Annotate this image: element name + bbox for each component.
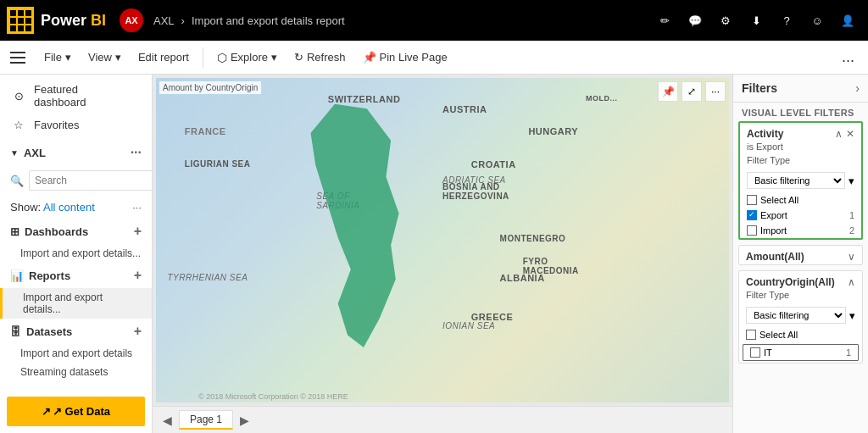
- breadcrumb: AXL › Import and export details report: [150, 14, 348, 27]
- topbar-icons: ✏ 💬 ⚙ ⬇ ? ☺ 👤: [651, 7, 861, 34]
- explore-menu[interactable]: ⬡ Explore ▾: [210, 47, 284, 68]
- user-avatar[interactable]: AX: [120, 8, 143, 32]
- refresh-icon: ↻: [294, 51, 303, 64]
- hamburger-menu[interactable]: [7, 46, 31, 69]
- filter-clear-icon[interactable]: ✕: [846, 128, 854, 140]
- sidebar-datasets-header[interactable]: 🗄 Datasets +: [0, 319, 152, 344]
- page-bar: ◀ Page 1 ▶: [153, 406, 732, 433]
- profile-icon[interactable]: 👤: [834, 7, 861, 34]
- visual-level-label: Visual level filters: [733, 103, 868, 121]
- content-area: FRANCE SWITZERLAND AUSTRIA HUNGARY MOLD.…: [153, 75, 732, 433]
- export-filter-item[interactable]: Export 1: [740, 208, 861, 223]
- sidebar-dashboards-header[interactable]: ⊞ Dashboards +: [0, 219, 152, 244]
- chevron-down-icon: ▾: [849, 175, 854, 187]
- download-icon[interactable]: ⬇: [743, 7, 770, 34]
- more-icon[interactable]: ···: [131, 145, 142, 160]
- sidebar-item-featured[interactable]: ⊙ Featured dashboard ···: [0, 78, 152, 114]
- emoji-icon[interactable]: ☺: [804, 7, 831, 34]
- filter-type-select-2[interactable]: Basic filtering: [746, 307, 846, 324]
- it-checkbox[interactable]: [750, 347, 760, 358]
- star-icon: ☆: [10, 119, 27, 131]
- menubar: File ▾ View ▾ Edit report ⬡ Explore ▾ ↻ …: [0, 41, 868, 75]
- report-canvas: FRANCE SWITZERLAND AUSTRIA HUNGARY MOLD.…: [156, 78, 729, 402]
- activity-filter-header: Activity ∧ ✕: [740, 123, 861, 142]
- country-filter-header: CountryOrigin(All) ∧: [739, 271, 862, 290]
- help-icon[interactable]: ?: [773, 7, 800, 34]
- report-toolbar: 📌 ⤢ ···: [658, 81, 726, 102]
- search-input[interactable]: [29, 170, 153, 191]
- add-dashboard-button[interactable]: +: [134, 224, 142, 239]
- sidebar-sub-report[interactable]: Import and export details...: [0, 288, 152, 319]
- pin-icon: 📌: [363, 51, 376, 64]
- chevron-down-icon: ▼: [10, 148, 19, 158]
- page-next-button[interactable]: ▶: [236, 414, 253, 427]
- sidebar: ⊙ Featured dashboard ··· ☆ Favorites ▼ A…: [0, 75, 153, 433]
- amount-filter-header: Amount(All) ∨: [739, 246, 862, 264]
- show-content-bar[interactable]: Show: All content ···: [0, 196, 152, 219]
- filter-chevron-icon[interactable]: ∧: [835, 128, 843, 140]
- sidebar-sub-dashboard[interactable]: Import and export details...: [0, 244, 152, 263]
- it-filter-item[interactable]: IT 1: [743, 344, 859, 361]
- more-options-button[interactable]: ···: [705, 81, 726, 102]
- edit-report-button[interactable]: Edit report: [131, 47, 196, 67]
- chevron-down-icon: ▾: [65, 51, 71, 64]
- sidebar-sub-dataset2[interactable]: Streaming datasets: [0, 363, 152, 381]
- filters-panel: Filters › Visual level filters Activity …: [732, 75, 868, 433]
- filters-header: Filters ›: [733, 75, 868, 103]
- import-checkbox[interactable]: [747, 225, 757, 236]
- map-attribution: © 2018 Microsoft Corporation © 2018 HERE: [198, 392, 348, 401]
- page-prev-button[interactable]: ◀: [159, 414, 175, 427]
- select-all-checkbox-2[interactable]: [746, 330, 756, 340]
- page-tab-1[interactable]: Page 1: [179, 410, 233, 430]
- get-data-icon: ↗: [42, 405, 51, 418]
- app-logo: Power BI: [41, 12, 106, 30]
- country-chevron-icon[interactable]: ∧: [848, 276, 855, 288]
- export-checkbox[interactable]: [747, 210, 757, 220]
- sidebar-reports-header[interactable]: 📊 Reports +: [0, 263, 152, 288]
- sidebar-sub-dataset1[interactable]: Import and export details: [0, 344, 152, 363]
- add-dataset-button[interactable]: +: [134, 324, 142, 339]
- main-layout: ⊙ Featured dashboard ··· ☆ Favorites ▼ A…: [0, 75, 868, 433]
- refresh-button[interactable]: ↻ Refresh: [287, 47, 353, 67]
- waffle-menu[interactable]: [7, 7, 34, 34]
- sidebar-item-favorites[interactable]: ☆ Favorites: [0, 114, 152, 136]
- filter-type-row-2: Basic filtering ▾: [739, 303, 862, 327]
- activity-sub2: Filter Type: [740, 155, 861, 169]
- select-all-checkbox-1[interactable]: [747, 195, 757, 205]
- amount-chevron-icon[interactable]: ∨: [848, 251, 855, 263]
- select-all-item-1[interactable]: Select All: [740, 192, 861, 208]
- chevron-down-icon: ▾: [271, 51, 277, 64]
- filter-actions: ∧ ✕: [835, 128, 854, 140]
- featured-icon: ⊙: [10, 90, 27, 103]
- filter-type-row-1: Basic filtering ▾: [740, 169, 861, 192]
- get-data-button[interactable]: ↗ ↗ Get Data: [7, 397, 145, 426]
- country-actions: ∧: [848, 276, 855, 288]
- more-icon[interactable]: ···: [132, 201, 142, 214]
- file-menu[interactable]: File ▾: [37, 47, 78, 67]
- view-menu[interactable]: View ▾: [81, 47, 128, 67]
- topbar: Power BI AX AXL › Import and export deta…: [0, 0, 868, 41]
- filters-expand-button[interactable]: ›: [855, 81, 860, 95]
- pencil-icon[interactable]: ✏: [651, 7, 678, 34]
- chevron-down-icon: ▾: [115, 51, 121, 64]
- map-background: FRANCE SWITZERLAND AUSTRIA HUNGARY MOLD.…: [156, 78, 729, 402]
- settings-icon[interactable]: ⚙: [712, 7, 739, 34]
- select-all-item-2[interactable]: Select All: [739, 327, 862, 342]
- filter-type-select-1[interactable]: Basic filtering: [747, 172, 845, 189]
- more-menu[interactable]: ...: [835, 45, 861, 69]
- focus-mode-button[interactable]: ⤢: [682, 81, 702, 102]
- activity-filter-card: Activity ∧ ✕ is Export Filter Type Basic…: [738, 121, 863, 240]
- country-filter-card: CountryOrigin(All) ∧ Filter Type Basic f…: [738, 270, 863, 364]
- amount-filter-card: Amount(All) ∨: [738, 245, 863, 265]
- sidebar-section-top: ⊙ Featured dashboard ··· ☆ Favorites: [0, 75, 152, 140]
- add-report-button[interactable]: +: [134, 268, 142, 283]
- search-icon: 🔍: [10, 175, 24, 187]
- reports-icon: 📊: [10, 269, 24, 282]
- import-filter-item[interactable]: Import 2: [740, 223, 861, 238]
- sidebar-axl-header[interactable]: ▼ AXL ···: [0, 140, 152, 165]
- chat-icon[interactable]: 💬: [682, 7, 709, 34]
- pin-live-button[interactable]: 📌 Pin Live Page: [356, 47, 454, 67]
- datasets-icon: 🗄: [10, 325, 21, 338]
- italy-highlight: [270, 104, 431, 347]
- pin-visual-button[interactable]: 📌: [658, 81, 678, 102]
